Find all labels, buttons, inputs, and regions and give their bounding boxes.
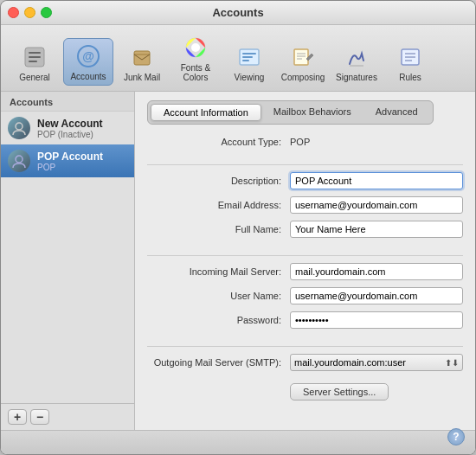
rules-icon <box>396 43 424 71</box>
svg-rect-12 <box>242 56 253 58</box>
smtp-arrow-icon: ⬆⬇ <box>445 358 459 368</box>
password-row: Password: <box>147 311 463 329</box>
signatures-label: Signatures <box>336 73 377 82</box>
smtp-label: Outgoing Mail Server (SMTP): <box>147 357 290 368</box>
signatures-icon <box>343 43 370 71</box>
server-settings-button[interactable]: Server Settings... <box>290 383 389 401</box>
toolbar-item-accounts[interactable]: @ Accounts <box>63 38 113 86</box>
minimize-button[interactable] <box>24 7 35 18</box>
account-type-row: Account Type: POP <box>147 137 463 147</box>
svg-point-23 <box>16 123 23 130</box>
email-label: Email Address: <box>147 200 290 210</box>
incoming-server-row: Incoming Mail Server: <box>147 263 463 280</box>
toolbar-item-composing[interactable]: Composing <box>278 40 328 86</box>
account-type-label: Account Type: <box>147 137 290 147</box>
pop-account-info: POP Account POP <box>37 151 103 172</box>
toolbar-item-rules[interactable]: Rules <box>385 40 435 86</box>
tab-bar: Account Information Mailbox Behaviors Ad… <box>147 100 434 125</box>
toolbar: General @ Accounts Junk Mail <box>1 25 475 92</box>
server-settings-button-wrapper: Server Settings... <box>147 378 463 401</box>
fullname-label: Full Name: <box>147 224 290 234</box>
svg-rect-1 <box>29 52 41 54</box>
close-button[interactable] <box>8 7 19 18</box>
tab-advanced[interactable]: Advanced <box>363 104 430 121</box>
main-content: Accounts New Account POP (Inactive) <box>1 92 475 430</box>
form-section-basic: Account Type: POP <box>147 137 463 147</box>
form-section-server: Incoming Mail Server: User Name: Passwor… <box>147 263 463 329</box>
rules-label: Rules <box>399 73 421 82</box>
new-account-name: New Account <box>37 118 103 130</box>
email-input[interactable] <box>290 196 463 214</box>
maximize-button[interactable] <box>41 7 52 18</box>
accounts-label: Accounts <box>70 72 106 81</box>
password-label: Password: <box>147 315 290 325</box>
viewing-icon <box>235 43 263 71</box>
sidebar: Accounts New Account POP (Inactive) <box>1 92 135 430</box>
incoming-server-input[interactable] <box>290 263 463 280</box>
toolbar-item-viewing[interactable]: Viewing <box>224 40 274 86</box>
window-title: Accounts <box>212 6 263 19</box>
add-account-button[interactable]: + <box>8 409 27 425</box>
remove-account-button[interactable]: − <box>30 409 49 425</box>
new-account-info: New Account POP (Inactive) <box>37 118 103 139</box>
divider-2 <box>147 255 463 256</box>
toolbar-item-general[interactable]: General <box>10 40 60 86</box>
smtp-select[interactable]: mail.yourdomain.com:user ⬆⬇ <box>290 354 463 371</box>
sidebar-footer: + − <box>1 403 134 430</box>
composing-label: Composing <box>281 73 325 82</box>
bottom-bar: ? <box>1 430 475 454</box>
incoming-server-label: Incoming Mail Server: <box>147 266 290 277</box>
description-input[interactable] <box>290 172 463 189</box>
tab-mailbox-behaviors[interactable]: Mailbox Behaviors <box>261 104 363 121</box>
toolbar-item-junk-mail[interactable]: Junk Mail <box>117 40 167 86</box>
tab-account-information[interactable]: Account Information <box>151 104 261 121</box>
form-section-identity: Description: Email Address: Full Name: <box>147 172 463 238</box>
viewing-label: Viewing <box>235 73 265 82</box>
new-account-icon <box>8 117 30 139</box>
divider-3 <box>147 346 463 347</box>
svg-rect-13 <box>242 60 249 61</box>
pop-account-icon <box>8 150 30 172</box>
description-row: Description: <box>147 172 463 189</box>
fullname-row: Full Name: <box>147 221 463 238</box>
sidebar-item-pop-account[interactable]: POP Account POP <box>1 144 134 177</box>
username-input[interactable] <box>290 287 463 304</box>
smtp-row: Outgoing Mail Server (SMTP): mail.yourdo… <box>147 354 463 371</box>
accounts-icon: @ <box>74 42 102 70</box>
smtp-value: mail.yourdomain.com:user <box>294 357 406 368</box>
svg-rect-3 <box>29 61 37 62</box>
fonts-colors-icon <box>182 34 209 61</box>
help-button[interactable]: ? <box>447 428 465 445</box>
window: Accounts General @ Accounts <box>0 0 476 455</box>
toolbar-item-fonts-colors[interactable]: Fonts & Colors <box>170 30 221 86</box>
sidebar-item-new-account[interactable]: New Account POP (Inactive) <box>1 112 134 144</box>
traffic-lights <box>8 7 52 18</box>
pop-account-type: POP <box>37 163 103 172</box>
general-icon <box>21 43 48 71</box>
titlebar: Accounts <box>1 1 475 25</box>
divider-1 <box>147 164 463 165</box>
detail-pane: Account Information Mailbox Behaviors Ad… <box>135 92 475 430</box>
svg-rect-6 <box>134 51 150 65</box>
general-label: General <box>19 73 50 82</box>
account-type-value: POP <box>290 137 310 147</box>
toolbar-item-signatures[interactable]: Signatures <box>331 40 382 86</box>
password-input[interactable] <box>290 311 463 329</box>
description-label: Description: <box>147 176 290 186</box>
composing-icon <box>289 43 317 71</box>
svg-text:@: @ <box>82 49 94 63</box>
username-label: User Name: <box>147 291 290 301</box>
username-row: User Name: <box>147 287 463 304</box>
svg-point-9 <box>191 43 200 52</box>
new-account-type: POP (Inactive) <box>37 130 103 139</box>
fullname-input[interactable] <box>290 221 463 238</box>
svg-rect-2 <box>29 56 41 58</box>
email-row: Email Address: <box>147 196 463 214</box>
pop-account-name: POP Account <box>37 151 103 163</box>
svg-rect-14 <box>294 49 308 65</box>
sidebar-header: Accounts <box>1 92 134 112</box>
svg-rect-11 <box>242 53 256 54</box>
junk-mail-label: Junk Mail <box>124 73 160 82</box>
fonts-colors-label: Fonts & Colors <box>172 63 219 82</box>
junk-mail-icon <box>128 43 156 71</box>
